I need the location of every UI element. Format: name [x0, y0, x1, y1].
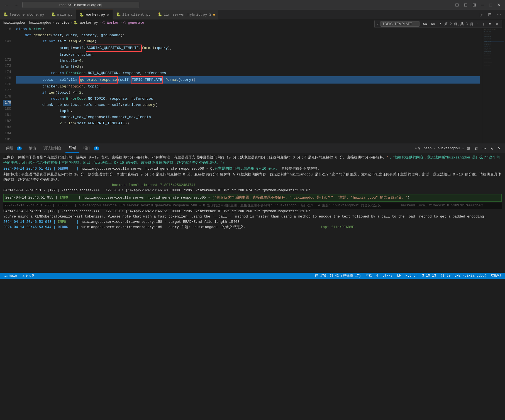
status-position[interactable]: 行 179，列 43 (已选择 17) [314, 273, 362, 279]
find-widget[interactable]: › Aa ab .* 第 ? 项，共 3 项 ↑ ↓ ≡ ✕ [374, 20, 502, 28]
tab-main[interactable]: 🐍 main.py [48, 10, 76, 19]
tab-label: worker.py [86, 13, 105, 17]
terminal-line-access1: 04/14/2024 20:46:51 - [INFO] -aiohttp.ac… [3, 188, 502, 193]
code-line-177: return ErrorCode.NOT_A_QUESTION, respons… [16, 70, 480, 76]
panel-tab-ports[interactable]: 端口 2 [80, 144, 102, 152]
tab-llm-client[interactable]: 🐍 llm_client.py [113, 10, 154, 19]
find-next-btn[interactable]: ↓ [481, 21, 486, 27]
file-icon: 🐍 [158, 12, 162, 17]
line-numbers: 18 143 172 173 174 175 176 177 178 179 1… [0, 26, 13, 143]
minimize-button[interactable]: ─ [479, 2, 486, 8]
tab-worker[interactable]: 🐍 worker.py ✕ [76, 10, 113, 19]
find-list-btn[interactable]: ≡ [487, 21, 492, 27]
code-line-187: context_max_length=self.context_max_leng… [16, 114, 480, 120]
tab-llm-server[interactable]: 🐍 llm_server_hybrid.py 2 [154, 10, 219, 19]
problems-badge: 2 [17, 146, 22, 150]
find-count: 第 ? 项，共 3 项 [444, 22, 473, 26]
file-icon: 🐍 [3, 12, 8, 17]
match-case-btn[interactable]: Aa [421, 21, 428, 27]
find-expand-icon[interactable]: › [377, 22, 379, 26]
run-button[interactable]: ▷ [478, 11, 485, 18]
panel-actions: + ∨ bash - huixiangdou ⚠ ⊟ 🗑 ⋯ ∧ ✕ [413, 146, 502, 151]
panel-tab-problems[interactable]: 问题 2 [3, 144, 25, 152]
new-terminal-btn[interactable]: + ∨ [413, 146, 422, 151]
panel-tab-debug[interactable]: 调试控制台 [40, 144, 65, 152]
close-button[interactable]: ✕ [495, 2, 502, 8]
maximize-panel-btn[interactable]: ∧ [489, 146, 495, 151]
terminal-panel[interactable]: 上内容，判断句子是否是个有主题的疑问句，结果用 0～10 表示。直接提供得分不要… [0, 153, 505, 273]
panel-tab-output[interactable]: 输出 [26, 144, 40, 152]
code-line-185: chunk, db_context, references = self.ret… [16, 102, 480, 108]
terminal-line-debug3: 2024-04-14 20:46:53.944 | DEBUG | huixia… [3, 225, 502, 230]
tab-label: feature_store.py [9, 13, 44, 17]
status-spaces[interactable]: 空格: 4 [364, 273, 379, 279]
breadcrumb-part-3[interactable]: service [55, 21, 69, 25]
split-editor-button[interactable]: ⊟ [486, 11, 493, 18]
editor-scroll[interactable]: 18 143 172 173 174 175 176 177 178 179 1… [0, 26, 505, 143]
tab-label: llm_client.py [122, 13, 150, 17]
terminal-line-info2: 2024-04-14 20:46:53.943 | INFO | huixian… [3, 219, 502, 225]
maximize-button[interactable]: □ [487, 2, 494, 8]
interpreter-text: (InternLM2_Huixiangdou) [440, 274, 487, 278]
terminal-label: 终端 [69, 146, 76, 150]
file-icon: 🐍 [79, 13, 84, 17]
breadcrumb-method[interactable]: ⬡ generate [123, 21, 144, 25]
find-prev-btn[interactable]: ↑ [475, 21, 479, 27]
breadcrumb-part-1[interactable]: huixiangdou [3, 21, 25, 25]
warning-count: 0 [32, 274, 34, 278]
line-ending-text: LF [397, 274, 401, 278]
kill-terminal-btn[interactable]: 🗑 [473, 146, 479, 151]
status-language[interactable]: Python [404, 273, 419, 279]
warning-icon: ⚠ [29, 274, 31, 278]
status-interpreter[interactable]: (InternLM2_Huixiangdou) [439, 273, 488, 279]
modified-dot [213, 14, 215, 16]
code-line-173: prompt=self.SCORING_QUESTION_TEMPLTE.for… [16, 45, 480, 52]
git-branch: main [9, 274, 17, 278]
regex-btn[interactable]: .* [438, 21, 443, 27]
tab-close-worker[interactable]: ✕ [107, 12, 109, 17]
panel-tab-terminal[interactable]: 终端 [65, 144, 79, 153]
terminal-line-1: 上内容，判断句子是否是个有主题的疑问句，结果用 0～10 表示。直接提供得分不要… [3, 155, 502, 166]
ports-label: 端口 [83, 146, 91, 150]
status-encoding[interactable]: UTF-8 [381, 273, 394, 279]
breadcrumb: huixiangdou › huixiangdou › service › 🐍 … [0, 19, 505, 26]
minimap: class Worker: def generate(self, if not … [483, 26, 505, 143]
whole-word-btn[interactable]: ab [430, 21, 436, 27]
find-close-btn[interactable]: ✕ [494, 21, 500, 27]
code-editor[interactable]: class Worker: def generate(self, query, … [13, 26, 483, 143]
bash-indicator: bash - huixiangdou ⚠ [424, 146, 464, 150]
debug-label: 调试控制台 [43, 146, 62, 150]
close-panel-btn[interactable]: ✕ [496, 146, 502, 151]
address-bar[interactable] [22, 2, 139, 8]
find-input[interactable] [380, 21, 419, 27]
back-button[interactable]: ← [3, 2, 11, 8]
tab-label: llm_server_hybrid.py 2 [164, 13, 212, 17]
split-icon[interactable]: ⊟ [462, 2, 469, 8]
breadcrumb-class[interactable]: ⬡ Worker [102, 21, 119, 25]
status-python[interactable]: 3.10.13 [421, 273, 437, 279]
editor-tabs: 🐍 feature_store.py 🐍 main.py 🐍 worker.py… [0, 10, 505, 19]
language-text: Python [406, 274, 418, 278]
breadcrumb-part-4[interactable]: 🐍 worker.py [74, 21, 98, 25]
more-btn[interactable]: ⋯ [481, 146, 487, 151]
forward-button[interactable]: → [12, 2, 20, 8]
encoding-text: UTF-8 [382, 274, 392, 278]
status-conda[interactable]: CSEVJ [490, 273, 502, 279]
position-text: 行 179，列 43 (已选择 17) [315, 274, 361, 278]
code-line-188: 2 * len(self.GENERATE_TEMPLATE)) [16, 120, 480, 126]
editor-container: 18 143 172 173 174 175 176 177 178 179 1… [0, 26, 505, 143]
nav-buttons[interactable]: ← → [3, 2, 20, 8]
error-count: 0 [26, 274, 28, 278]
panel-bar: 问题 2 输出 调试控制台 终端 端口 2 + ∨ bash - huixian… [0, 143, 505, 153]
layout-icon[interactable]: ⊡ [453, 2, 460, 8]
status-line-ending[interactable]: LF [396, 273, 402, 279]
code-line-183: return ErrorCode.NO_TOPIC, response, ref… [16, 96, 480, 102]
git-icon: ⎇ [4, 274, 8, 278]
tab-feature-store[interactable]: 🐍 feature_store.py [0, 10, 48, 19]
breadcrumb-part-2[interactable]: huixiangdou [29, 21, 51, 25]
status-git[interactable]: ⎇ main [3, 273, 18, 279]
split-terminal-btn[interactable]: ⊟ [465, 146, 471, 151]
more-actions-button[interactable]: ⋯ [495, 11, 503, 18]
grid-icon[interactable]: ⊞ [471, 2, 478, 8]
status-errors[interactable]: ⚠ 0 ⚠ 0 [21, 273, 35, 279]
